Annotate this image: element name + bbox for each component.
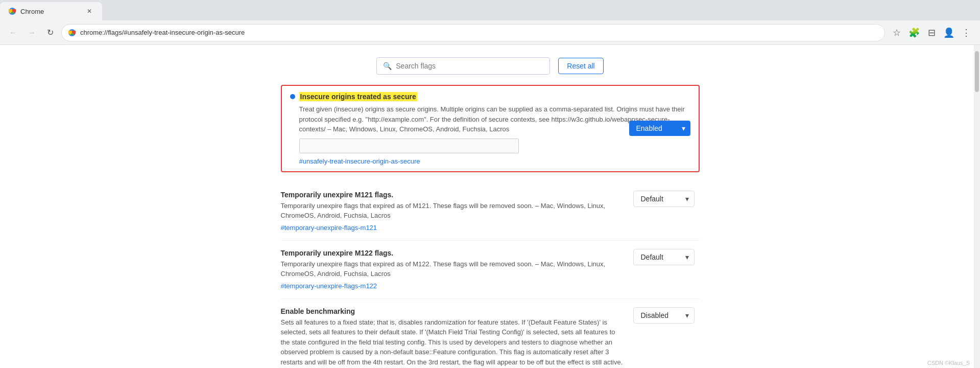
toolbar-icons: ☆ 🧩 ⊟ 👤 ⋮ xyxy=(889,25,974,40)
browser-chrome: Chrome ✕ ← → ↻ chrome://flags/#unsafely-… xyxy=(0,0,980,45)
reset-all-button[interactable]: Reset all xyxy=(558,58,603,74)
refresh-button[interactable]: ↻ xyxy=(43,26,57,40)
flag-anchor-link[interactable]: #unsafely-treat-insecure-origin-as-secur… xyxy=(290,157,690,165)
scrollbar[interactable] xyxy=(974,45,980,368)
flag-control-enabled[interactable]: Enabled xyxy=(629,121,690,136)
flag-dropdown-button-1[interactable]: Default xyxy=(633,249,695,265)
select-wrapper-0[interactable]: Default xyxy=(633,191,695,207)
active-tab[interactable]: Chrome ✕ xyxy=(0,2,102,20)
flag-item: Enable benchmarking Sets all features to… xyxy=(281,299,700,369)
forward-button[interactable]: → xyxy=(25,26,39,40)
select-wrapper-2[interactable]: Disabled xyxy=(633,307,695,324)
split-screen-button[interactable]: ⊟ xyxy=(924,25,939,40)
search-input[interactable] xyxy=(396,62,543,70)
page-content: 🔍 Reset all Insecure origins treated as … xyxy=(0,45,980,368)
flag-item-content-1: Temporarily unexpire M122 flags. Tempora… xyxy=(281,249,625,290)
flag-item: Temporarily unexpire M122 flags. Tempora… xyxy=(281,241,700,299)
flag-dropdown-button-0[interactable]: Default xyxy=(633,191,695,207)
flags-container: 🔍 Reset all Insecure origins treated as … xyxy=(271,45,710,368)
flag-item-title-1: Temporarily unexpire M122 flags. xyxy=(281,249,625,257)
flag-dropdown-button-2[interactable]: Disabled xyxy=(633,307,695,324)
back-button[interactable]: ← xyxy=(6,26,20,40)
flag-input-area[interactable] xyxy=(290,139,690,153)
flag-item-desc-2: Sets all features to a fixed state; that… xyxy=(281,317,625,369)
flag-item-control-2[interactable]: Disabled xyxy=(633,307,700,324)
flag-item-content-2: Enable benchmarking Sets all features to… xyxy=(281,307,625,369)
flag-list: Temporarily unexpire M121 flags. Tempora… xyxy=(281,182,700,369)
watermark: CSDN ©Klaus_S xyxy=(927,360,970,366)
address-bar-row: ← → ↻ chrome://flags/#unsafely-treat-ins… xyxy=(0,20,980,45)
url-text: chrome://flags/#unsafely-treat-insecure-… xyxy=(80,29,878,36)
search-icon: 🔍 xyxy=(383,62,392,70)
menu-button[interactable]: ⋮ xyxy=(959,25,974,40)
flag-item: Temporarily unexpire M121 flags. Tempora… xyxy=(281,182,700,241)
flag-value-input[interactable] xyxy=(299,139,519,153)
bookmark-button[interactable]: ☆ xyxy=(889,25,904,40)
tab-bar: Chrome ✕ xyxy=(0,0,980,20)
flag-active-dot xyxy=(290,94,295,99)
flag-item-desc-0: Temporarily unexpire flags that expired … xyxy=(281,201,625,221)
select-wrapper-1[interactable]: Default xyxy=(633,249,695,265)
tab-close-button[interactable]: ✕ xyxy=(85,7,94,16)
flag-highlighted-title: Insecure origins treated as secure xyxy=(299,92,417,101)
extensions-button[interactable]: 🧩 xyxy=(906,25,922,40)
highlighted-flag-card: Insecure origins treated as secure Treat… xyxy=(281,85,700,172)
flag-item-link-0[interactable]: #temporary-unexpire-flags-m121 xyxy=(281,224,377,232)
flag-item-title-0: Temporarily unexpire M121 flags. xyxy=(281,191,625,199)
profile-button[interactable]: 👤 xyxy=(941,25,957,40)
flag-item-content-0: Temporarily unexpire M121 flags. Tempora… xyxy=(281,191,625,232)
tab-label: Chrome xyxy=(20,8,44,15)
flag-item-control-0[interactable]: Default xyxy=(633,191,700,207)
search-box[interactable]: 🔍 xyxy=(376,57,550,75)
site-icon xyxy=(68,29,76,37)
flag-item-title-2: Enable benchmarking xyxy=(281,307,625,315)
enabled-dropdown-button[interactable]: Enabled xyxy=(629,121,690,136)
scrollbar-thumb[interactable] xyxy=(975,51,979,92)
flag-item-desc-1: Temporarily unexpire flags that expired … xyxy=(281,259,625,279)
address-box[interactable]: chrome://flags/#unsafely-treat-insecure-… xyxy=(61,24,885,41)
flag-card-header: Insecure origins treated as secure xyxy=(290,92,690,101)
flag-item-control-1[interactable]: Default xyxy=(633,249,700,265)
enabled-select-wrapper[interactable]: Enabled xyxy=(629,121,690,136)
chrome-tab-icon xyxy=(8,7,16,15)
search-row: 🔍 Reset all xyxy=(281,57,700,75)
flag-item-link-1[interactable]: #temporary-unexpire-flags-m122 xyxy=(281,282,377,290)
